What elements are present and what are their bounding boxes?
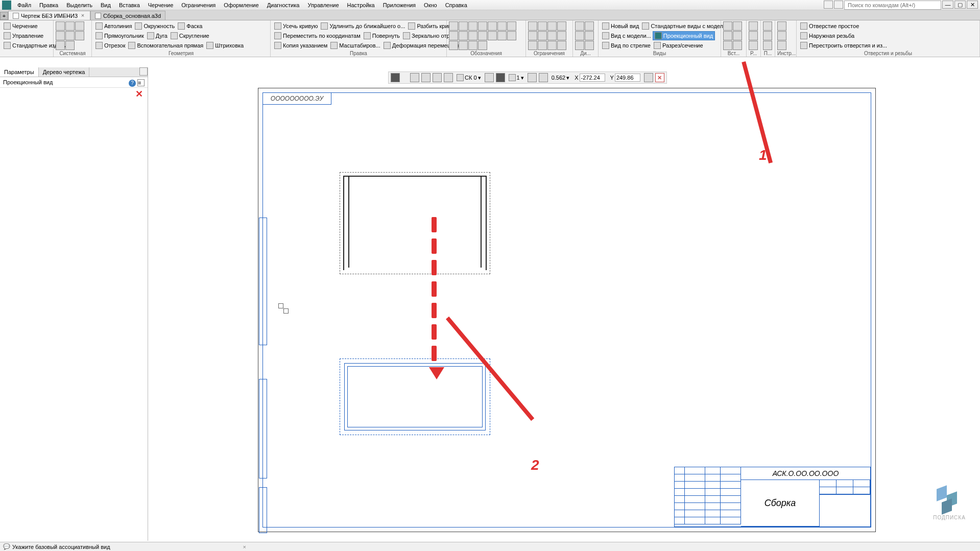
undo-icon[interactable]	[65, 31, 75, 40]
rotate-button[interactable]: Повернуть	[362, 31, 401, 40]
rect-button[interactable]: Прямоугольник	[94, 31, 146, 40]
zoom-dropdown[interactable]: 0.562▾	[550, 75, 571, 81]
annot-icon[interactable]	[449, 21, 458, 31]
ins-icon[interactable]	[723, 41, 732, 50]
constr-icon[interactable]	[528, 41, 537, 50]
tool-icon[interactable]	[777, 31, 786, 40]
annot-icon[interactable]	[478, 31, 487, 40]
constr-icon[interactable]	[528, 21, 537, 31]
curve-icon[interactable]	[421, 73, 431, 82]
zoom-out-icon[interactable]	[528, 73, 537, 82]
snap-icon[interactable]	[496, 73, 505, 82]
tab-close-icon[interactable]: ×	[80, 13, 86, 19]
status-close-icon[interactable]: ×	[243, 544, 246, 550]
layout-icon-1[interactable]	[824, 1, 833, 9]
help-icon[interactable]: ?	[129, 80, 136, 87]
menu-help[interactable]: Справка	[441, 1, 471, 10]
menu-select[interactable]: Выделить	[62, 1, 97, 10]
autoline-button[interactable]: Автолиния	[94, 21, 133, 31]
r-icon[interactable]	[749, 21, 758, 31]
circle-button[interactable]: Окружность	[133, 21, 176, 31]
coord-system-dropdown[interactable]: СК 0▾	[455, 74, 483, 81]
arrowview-button[interactable]: Вид по стрелке	[601, 41, 652, 50]
tab-assembly[interactable]: Сборка_основная.a3d	[90, 11, 165, 20]
menu-apps[interactable]: Приложения	[379, 1, 420, 10]
constr-icon[interactable]	[538, 31, 547, 40]
menu-file[interactable]: Файл	[13, 1, 35, 10]
ins-icon[interactable]	[733, 31, 742, 40]
panel-tab-tree[interactable]: Дерево чертежа	[39, 67, 90, 77]
trim-button[interactable]: Усечь кривую	[273, 21, 319, 31]
annot-icon[interactable]	[459, 41, 468, 50]
scale-button[interactable]: Масштабиров...	[329, 41, 381, 50]
menu-settings[interactable]: Настройка	[343, 1, 379, 10]
tool-icon[interactable]	[777, 41, 786, 50]
ins-icon[interactable]	[733, 41, 742, 50]
fillet-button[interactable]: Скругление	[169, 31, 211, 40]
panel-close-button[interactable]: ✕	[134, 88, 144, 98]
annot-icon[interactable]	[507, 31, 516, 40]
annot-icon[interactable]	[449, 41, 458, 50]
annot-icon[interactable]	[478, 41, 487, 50]
settings-icon[interactable]	[139, 67, 148, 76]
annot-icon[interactable]	[468, 21, 477, 31]
minimize-button[interactable]: —	[942, 1, 953, 9]
chamfer-button[interactable]: Фаска	[176, 21, 204, 31]
std-model-views-button[interactable]: Стандартные виды с модели...	[640, 21, 732, 31]
paste-icon[interactable]	[65, 41, 75, 50]
print-icon[interactable]	[56, 31, 65, 40]
layout-icon-2[interactable]	[834, 1, 843, 9]
annot-icon[interactable]	[449, 31, 458, 40]
grid-icon[interactable]	[444, 73, 453, 82]
new-icon[interactable]	[56, 21, 65, 31]
ins-icon[interactable]	[723, 21, 732, 31]
annot-icon[interactable]	[488, 31, 497, 40]
ext-thread-button[interactable]: Наружная резьба	[799, 31, 977, 40]
panel-tab-params[interactable]: Параметры	[0, 67, 39, 77]
r-icon[interactable]	[749, 31, 758, 40]
constr-icon[interactable]	[557, 31, 566, 40]
ins-icon[interactable]	[723, 31, 732, 40]
p-icon[interactable]	[763, 31, 772, 40]
arc-button[interactable]: Дуга	[146, 31, 169, 40]
simple-hole-button[interactable]: Отверстие простое	[799, 21, 977, 31]
zoom-in-icon[interactable]	[539, 73, 548, 82]
projected-view-preview[interactable]	[340, 358, 490, 435]
diag-icon[interactable]	[575, 41, 584, 50]
pencil-dropdown-icon[interactable]	[391, 73, 400, 82]
annot-icon[interactable]	[488, 21, 497, 31]
close-button[interactable]: ✕	[967, 1, 978, 9]
close-command-button[interactable]: ✕	[655, 73, 664, 82]
annot-icon[interactable]	[507, 21, 516, 31]
step-dropdown[interactable]: 1▾	[507, 74, 525, 81]
movecoord-button[interactable]: Переместить по координатам	[273, 31, 362, 40]
annot-icon[interactable]	[459, 31, 468, 40]
diag-icon[interactable]	[575, 31, 584, 40]
save-icon[interactable]	[75, 21, 84, 31]
p-icon[interactable]	[763, 41, 772, 50]
command-search-input[interactable]	[844, 1, 941, 10]
refresh-icon[interactable]	[433, 73, 442, 82]
collapse-icon[interactable]: ≡	[137, 79, 145, 86]
newview-button[interactable]: Новый вид	[601, 21, 640, 31]
menu-view[interactable]: Вид	[97, 1, 115, 10]
constr-icon[interactable]	[547, 41, 557, 50]
menu-drawing[interactable]: Черчение	[144, 1, 178, 10]
maximize-button[interactable]: ▢	[954, 1, 966, 9]
diag-icon[interactable]	[585, 31, 594, 40]
tool-icon[interactable]	[777, 21, 786, 31]
diag-icon[interactable]	[575, 21, 584, 31]
base-view[interactable]	[340, 172, 490, 274]
copy-icon[interactable]	[56, 41, 65, 50]
y-coord-input[interactable]	[615, 74, 640, 82]
annot-icon[interactable]	[459, 21, 468, 31]
projection-view-button[interactable]: Проекционный вид	[653, 31, 715, 40]
annot-icon[interactable]	[497, 21, 507, 31]
menu-manage[interactable]: Управление	[303, 1, 343, 10]
hatch-button[interactable]: Штриховка	[205, 41, 245, 50]
constr-icon[interactable]	[547, 21, 557, 31]
angle-icon[interactable]	[485, 73, 494, 82]
section-button[interactable]: Разрез/сечение	[652, 41, 705, 50]
new-tab-button[interactable]: +	[0, 12, 8, 20]
constr-icon[interactable]	[557, 41, 566, 50]
